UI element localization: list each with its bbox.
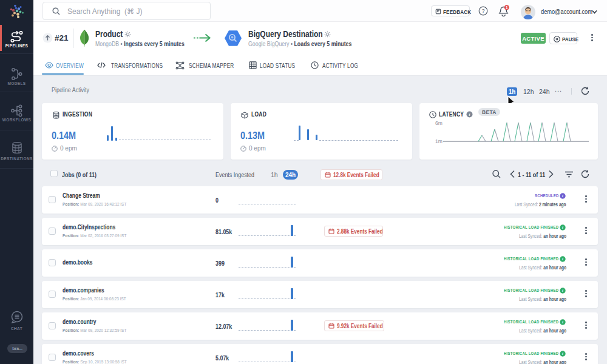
svg-text:i: i (562, 257, 563, 261)
svg-text:i: i (562, 351, 563, 356)
svg-text:i: i (469, 112, 470, 117)
svg-text:i: i (562, 225, 563, 229)
svg-text:1: 1 (506, 5, 508, 10)
svg-text:i: i (562, 320, 563, 324)
svg-text:i: i (562, 194, 563, 198)
svg-text:?: ? (482, 8, 485, 14)
svg-text:i: i (562, 288, 563, 292)
